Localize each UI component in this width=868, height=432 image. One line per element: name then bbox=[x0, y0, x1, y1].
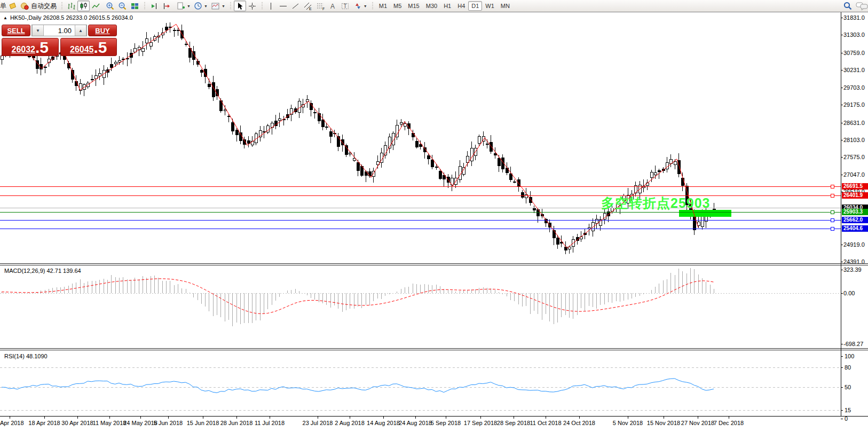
one-click-trading-panel: SELL ▼ 1.00 ▲ BUY 26032 .5 26045 .5 bbox=[2, 25, 117, 56]
trendline-button[interactable] bbox=[289, 1, 302, 11]
timeframe-button-w1[interactable]: W1 bbox=[482, 1, 498, 11]
zoom-group bbox=[103, 0, 142, 12]
new-order-button[interactable] bbox=[6, 1, 19, 11]
rsi-axis-label: 15 bbox=[845, 407, 851, 413]
chat-bubbles-icon bbox=[856, 1, 868, 11]
text-label-button[interactable]: T bbox=[339, 1, 352, 11]
search-button[interactable] bbox=[841, 1, 854, 11]
chevron-down-icon: ▼ bbox=[222, 4, 225, 8]
indicator-gridlines bbox=[0, 294, 841, 411]
zoom-in-icon bbox=[106, 2, 115, 11]
timeframe-button-h1[interactable]: H1 bbox=[440, 1, 454, 11]
price-axis-label: 28631.0 bbox=[843, 120, 865, 126]
tile-windows-button[interactable] bbox=[129, 1, 141, 11]
collapse-triangle-icon[interactable]: ▲ bbox=[3, 15, 7, 20]
axis-ticks bbox=[10, 18, 843, 419]
periods-button[interactable]: ▼ bbox=[192, 1, 209, 11]
toolbar-separator bbox=[260, 2, 264, 10]
date-axis-label: 24 May 2018 bbox=[123, 420, 157, 426]
spin-down-icon: ▼ bbox=[36, 28, 40, 33]
chart-shift-icon bbox=[162, 2, 171, 11]
price-axis-label: 29175.0 bbox=[843, 101, 865, 108]
toolbar-separator bbox=[228, 2, 232, 10]
volume-increase-button[interactable]: ▲ bbox=[75, 25, 86, 36]
horizontal-line-button[interactable] bbox=[277, 1, 289, 11]
fibonacci-button[interactable]: F bbox=[314, 1, 327, 11]
price-line-tag[interactable]: 26401.9 bbox=[842, 192, 868, 199]
cursor-icon bbox=[235, 2, 244, 11]
autoscroll-icon bbox=[149, 2, 159, 11]
toolbar-separator bbox=[60, 2, 64, 10]
price-line-tag[interactable]: 26691.5 bbox=[842, 183, 868, 190]
volume-decrease-button[interactable]: ▼ bbox=[32, 25, 44, 36]
svg-text:T: T bbox=[343, 3, 346, 9]
sell-button[interactable]: SELL bbox=[2, 25, 30, 36]
price-line-tag[interactable]: 25662.0 bbox=[842, 217, 868, 223]
arrows-button[interactable]: ▼ bbox=[352, 1, 369, 11]
main-chart-canvas[interactable] bbox=[0, 0, 868, 432]
price-axis-label: 27575.0 bbox=[843, 154, 865, 160]
date-axis-label: 11 Jul 2018 bbox=[255, 420, 285, 426]
trade-panel-price-row: 26032 .5 26045 .5 bbox=[2, 38, 117, 56]
text-icon: A bbox=[329, 2, 337, 11]
price-axis-label: 30231.0 bbox=[843, 67, 865, 73]
scroll-group bbox=[147, 0, 173, 12]
zoom-out-button[interactable] bbox=[116, 1, 129, 11]
template-icon bbox=[211, 2, 220, 11]
timeframe-button-m30[interactable]: M30 bbox=[423, 1, 440, 11]
date-axis-label: 11 Oct 2018 bbox=[530, 420, 561, 426]
price-axis-label: 24391.0 bbox=[843, 258, 865, 265]
chat-button[interactable] bbox=[854, 1, 868, 11]
date-axis-label: 11 May 2018 bbox=[93, 420, 127, 426]
timeframe-button-h4[interactable]: H4 bbox=[454, 1, 468, 11]
date-axis-label: 27 Nov 2018 bbox=[681, 420, 714, 426]
price-line-tag[interactable]: 25404.6 bbox=[842, 225, 868, 232]
timeframe-button-m5[interactable]: M5 bbox=[390, 1, 405, 11]
search-icon bbox=[843, 1, 853, 11]
zoom-in-button[interactable] bbox=[104, 1, 116, 11]
clock-icon bbox=[194, 2, 203, 11]
chart-shift-button[interactable] bbox=[160, 1, 172, 11]
timeframe-button-d1[interactable]: D1 bbox=[468, 1, 482, 11]
candlestick-chart-button[interactable] bbox=[77, 1, 90, 11]
line-chart-icon bbox=[91, 2, 100, 11]
price-line-tag[interactable]: 25903.3 bbox=[842, 209, 868, 215]
buy-button-label: BUY bbox=[95, 27, 109, 35]
cursor-button[interactable] bbox=[234, 1, 246, 11]
autoscroll-button[interactable] bbox=[148, 1, 160, 11]
sell-price-display[interactable]: 26032 .5 bbox=[2, 38, 59, 56]
date-axis-label: 28 Jun 2018 bbox=[220, 420, 253, 426]
price-axis-label: 24919.0 bbox=[843, 241, 865, 248]
autotrade-button[interactable]: 自动交易 bbox=[19, 1, 58, 11]
timeframe-button-m1[interactable]: M1 bbox=[376, 1, 390, 11]
sell-button-label: SELL bbox=[7, 27, 25, 35]
timeframe-button-mn[interactable]: MN bbox=[498, 1, 513, 11]
turning-point-annotation[interactable]: 多空转折点25903 bbox=[601, 194, 711, 212]
equidistant-channel-button[interactable]: E bbox=[302, 1, 314, 11]
macd-axis-label: 0.00 bbox=[843, 290, 855, 296]
rsi-indicator-label: RSI(14) 48.1090 bbox=[4, 353, 48, 359]
panel-frame bbox=[0, 12, 868, 417]
volume-control: ▼ 1.00 ▲ bbox=[31, 25, 87, 36]
text-button[interactable]: A bbox=[327, 1, 339, 11]
buy-button[interactable]: BUY bbox=[88, 25, 117, 36]
templates-button[interactable]: ▼ bbox=[209, 1, 227, 11]
sell-price-main: 26032 bbox=[11, 44, 35, 55]
bar-chart-button[interactable] bbox=[65, 1, 77, 11]
orders-button-partial[interactable]: 单 bbox=[0, 2, 6, 11]
macd-indicator-label: MACD(12,26,9) 42.71 139.64 bbox=[4, 268, 81, 274]
fibonacci-icon: F bbox=[316, 2, 326, 11]
volume-input[interactable]: 1.00 bbox=[44, 25, 75, 36]
autotrade-icon bbox=[20, 2, 29, 11]
vertical-line-button[interactable] bbox=[265, 1, 277, 11]
crosshair-icon bbox=[248, 2, 257, 11]
line-chart-button[interactable] bbox=[90, 1, 102, 11]
trade-panel-top-row: SELL ▼ 1.00 ▲ BUY bbox=[2, 25, 117, 36]
date-axis-label: 5 Jun 2018 bbox=[154, 420, 183, 426]
buy-price-display[interactable]: 26045 .5 bbox=[60, 38, 117, 56]
crosshair-button[interactable] bbox=[246, 1, 258, 11]
timeframe-button-m15[interactable]: M15 bbox=[405, 1, 422, 11]
zoom-out-icon bbox=[118, 2, 127, 11]
macd-axis-label: -698.27 bbox=[843, 341, 863, 347]
new-chart-button[interactable]: ▼ bbox=[175, 1, 192, 11]
